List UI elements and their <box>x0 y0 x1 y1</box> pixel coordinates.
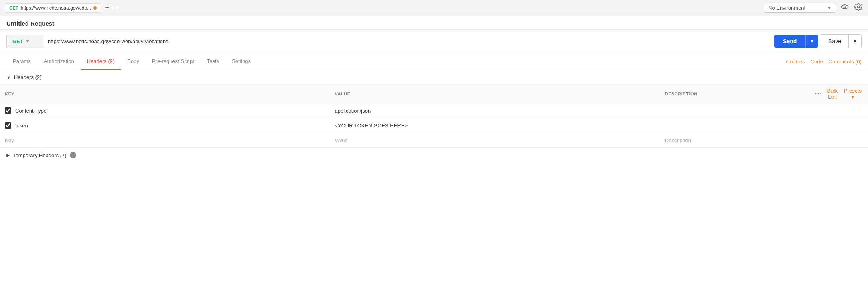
row2-actions-cell <box>810 118 868 133</box>
send-button[interactable]: Send <box>774 35 805 48</box>
table-body: Content-Type application/json token <box>0 103 868 148</box>
row1-checkbox[interactable] <box>5 107 11 114</box>
empty-description-placeholder: Description <box>665 137 691 143</box>
svg-point-2 <box>858 6 860 8</box>
column-value-header: VALUE <box>330 85 660 103</box>
send-button-group: Send ▼ <box>774 35 818 48</box>
add-tab-button[interactable]: + <box>103 3 112 13</box>
tab-pre-request-script[interactable]: Pre-request Script <box>146 53 201 70</box>
tab-headers-badge: (9) <box>108 58 114 64</box>
tab-method: GET <box>9 6 18 10</box>
request-title: Untitled Request <box>6 20 54 27</box>
tab-modified-dot <box>93 6 97 10</box>
row2-key-cell: token <box>0 118 330 133</box>
gear-icon <box>854 3 862 11</box>
eye-icon <box>841 3 849 11</box>
row2-checkbox[interactable] <box>5 122 11 129</box>
tab-headers[interactable]: Headers (9) <box>81 53 121 70</box>
row1-key-cell: Content-Type <box>0 103 330 118</box>
url-bar: GET ▼ Send ▼ Save ▼ <box>0 30 868 53</box>
empty-key-cell: Key <box>0 133 330 148</box>
tabs-row: Params Authorization Headers (9) Body Pr… <box>0 53 868 70</box>
tab-row: GET https://www.ncdc.noaa.gov/cdo... + ·… <box>5 3 119 13</box>
chevron-down-icon: ▼ <box>827 6 831 10</box>
url-input[interactable] <box>43 35 770 48</box>
row1-actions-cell <box>810 103 868 118</box>
row2-value-value: <YOUR TOKEN GOES HERE> <box>335 123 408 129</box>
headers-section-title: Headers (2) <box>14 74 42 80</box>
environment-selector[interactable]: No Environment ▼ <box>764 3 836 13</box>
tabs-right: Cookies Code Comments (0) <box>786 59 862 65</box>
row1-description-cell <box>660 103 810 118</box>
tab-authorization[interactable]: Authorization <box>37 53 81 70</box>
save-dropdown-chevron-icon: ▼ <box>853 39 857 44</box>
bulk-edit-button[interactable]: Bulk Edit <box>826 88 839 100</box>
svg-point-1 <box>844 6 846 8</box>
top-bar: GET https://www.ncdc.noaa.gov/cdo... + ·… <box>0 0 868 16</box>
tab-params[interactable]: Params <box>6 53 37 70</box>
tab-headers-label: Headers <box>87 58 107 64</box>
temporary-headers-section[interactable]: ▶ Temporary Headers (7) i <box>0 148 868 162</box>
empty-value-cell: Value <box>330 133 660 148</box>
method-label: GET <box>12 38 23 44</box>
row2-key-value: token <box>15 123 28 129</box>
row2-value-cell: <YOUR TOKEN GOES HERE> <box>330 118 660 133</box>
bulk-presets-group: ··· Bulk Edit Presets ▼ <box>815 88 863 100</box>
empty-value-placeholder: Value <box>335 137 348 143</box>
table-row: token <YOUR TOKEN GOES HERE> <box>0 118 868 133</box>
save-button-group: Save ▼ <box>821 34 862 48</box>
eye-icon-button[interactable] <box>840 2 850 14</box>
empty-key-placeholder: Key <box>5 137 14 143</box>
row1-value-cell: application/json <box>330 103 660 118</box>
env-label: No Environment <box>768 5 805 11</box>
table-row: Content-Type application/json <box>0 103 868 118</box>
column-actions-header: ··· Bulk Edit Presets ▼ <box>810 85 868 103</box>
presets-button[interactable]: Presets ▼ <box>842 88 863 100</box>
table-head: KEY VALUE DESCRIPTION ··· Bulk Edit Pres… <box>0 85 868 103</box>
comments-button[interactable]: Comments (0) <box>829 59 862 65</box>
request-title-bar: Untitled Request <box>0 16 868 30</box>
method-chevron-icon: ▼ <box>26 39 30 44</box>
tab-tests[interactable]: Tests <box>201 53 225 70</box>
code-button[interactable]: Code <box>811 59 823 65</box>
headers-table: KEY VALUE DESCRIPTION ··· Bulk Edit Pres… <box>0 85 868 148</box>
tab-url: https://www.ncdc.noaa.gov/cdo... <box>21 5 91 11</box>
temp-headers-title: Temporary Headers (7) <box>13 152 67 158</box>
cookies-button[interactable]: Cookies <box>786 59 805 65</box>
request-tab[interactable]: GET https://www.ncdc.noaa.gov/cdo... <box>5 3 101 13</box>
empty-description-cell: Description <box>660 133 810 148</box>
tab-settings[interactable]: Settings <box>225 53 257 70</box>
more-icon[interactable]: ··· <box>815 90 822 97</box>
send-dropdown-button[interactable]: ▼ <box>805 35 818 48</box>
gear-icon-button[interactable] <box>854 2 863 14</box>
row1-value-value: application/json <box>335 108 371 114</box>
method-selector[interactable]: GET ▼ <box>6 35 43 48</box>
save-dropdown-button[interactable]: ▼ <box>848 34 862 48</box>
more-tabs-button[interactable]: ··· <box>114 4 119 12</box>
presets-chevron-icon: ▼ <box>851 95 855 99</box>
top-right: No Environment ▼ <box>764 2 863 14</box>
row2-description-cell <box>660 118 810 133</box>
chevron-down-icon: ▼ <box>6 75 11 80</box>
save-button[interactable]: Save <box>821 34 848 48</box>
send-dropdown-chevron-icon: ▼ <box>810 39 814 44</box>
tab-body[interactable]: Body <box>121 53 146 70</box>
svg-point-0 <box>842 5 848 9</box>
chevron-right-icon: ▶ <box>6 153 10 158</box>
row1-key-value: Content-Type <box>15 108 47 114</box>
column-key-header: KEY <box>0 85 330 103</box>
info-icon: i <box>70 152 76 158</box>
empty-actions-cell <box>810 133 868 148</box>
headers-section-header[interactable]: ▼ Headers (2) <box>0 70 868 85</box>
table-row-empty: Key Value Description <box>0 133 868 148</box>
column-description-header: DESCRIPTION <box>660 85 810 103</box>
